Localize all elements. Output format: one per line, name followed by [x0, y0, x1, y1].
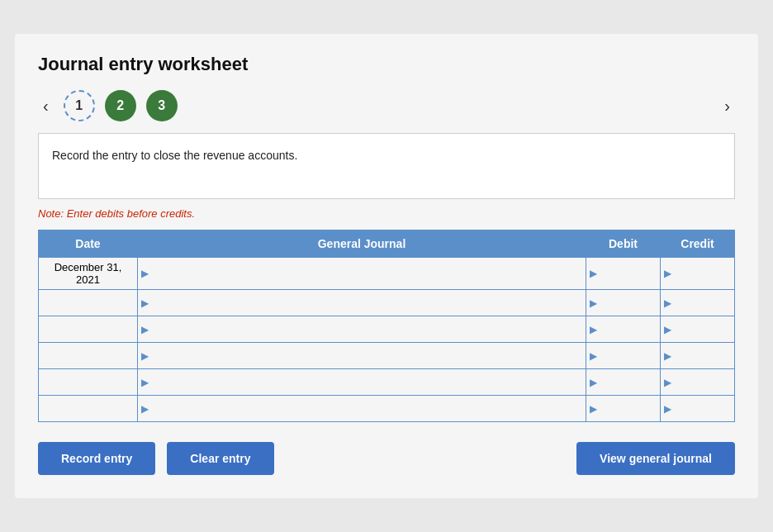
page-title: Journal entry worksheet: [38, 54, 735, 75]
journal-cell-5[interactable]: ▶: [138, 369, 586, 396]
credit-cell-5[interactable]: ▶: [661, 369, 735, 396]
credit-cell-1[interactable]: ▶: [661, 258, 735, 290]
debit-cell-2[interactable]: ▶: [586, 290, 661, 316]
arrow-icon-4: ▶: [141, 350, 149, 362]
debit-input-3[interactable]: [599, 316, 657, 342]
journal-cell-4[interactable]: ▶: [138, 343, 586, 369]
journal-input-6[interactable]: [150, 396, 582, 421]
credit-arrow-5: ▶: [664, 377, 671, 388]
debit-input-4[interactable]: [599, 343, 657, 368]
table-row: December 31,2021 ▶ ▶ ▶: [39, 258, 735, 290]
journal-input-3[interactable]: [150, 316, 582, 342]
col-header-credit: Credit: [661, 230, 735, 258]
credit-input-5[interactable]: [673, 369, 731, 395]
table-row: ▶ ▶ ▶: [39, 343, 735, 369]
credit-cell-2[interactable]: ▶: [661, 290, 735, 316]
table-row: ▶ ▶ ▶: [39, 290, 735, 316]
debit-arrow-1: ▶: [590, 268, 597, 279]
credit-cell-4[interactable]: ▶: [661, 343, 735, 369]
date-cell-5: [39, 369, 138, 396]
debit-cell-4[interactable]: ▶: [586, 343, 661, 369]
step-2-button[interactable]: 2: [105, 90, 136, 121]
journal-cell-2[interactable]: ▶: [138, 290, 586, 316]
next-arrow[interactable]: ›: [719, 95, 735, 117]
credit-input-4[interactable]: [673, 343, 731, 368]
debit-cell-1[interactable]: ▶: [586, 258, 661, 290]
main-container: Journal entry worksheet ‹ 1 2 3 › Record…: [15, 34, 758, 498]
date-cell-6: [39, 396, 138, 422]
view-journal-button[interactable]: View general journal: [576, 442, 735, 475]
credit-arrow-1: ▶: [664, 268, 671, 279]
journal-input-2[interactable]: [150, 290, 582, 316]
credit-input-2[interactable]: [673, 290, 731, 316]
credit-arrow-6: ▶: [664, 403, 671, 415]
debit-arrow-3: ▶: [590, 324, 597, 335]
col-header-date: Date: [39, 230, 138, 258]
credit-cell-3[interactable]: ▶: [661, 316, 735, 343]
journal-input-1[interactable]: [150, 258, 582, 289]
buttons-row: Record entry Clear entry View general jo…: [38, 442, 735, 475]
credit-arrow-4: ▶: [664, 350, 671, 362]
debit-cell-6[interactable]: ▶: [586, 396, 661, 422]
journal-cell-1[interactable]: ▶: [138, 258, 586, 290]
journal-table: Date General Journal Debit Credit Decemb…: [38, 230, 735, 422]
col-header-journal: General Journal: [138, 230, 586, 258]
credit-input-1[interactable]: [673, 258, 731, 289]
record-entry-button[interactable]: Record entry: [38, 442, 155, 475]
debit-input-6[interactable]: [599, 396, 657, 421]
date-cell-1: December 31,2021: [39, 258, 138, 290]
arrow-icon-5: ▶: [141, 377, 149, 388]
step-3-button[interactable]: 3: [146, 90, 178, 121]
journal-input-5[interactable]: [150, 369, 582, 395]
col-header-debit: Debit: [586, 230, 661, 258]
debit-cell-3[interactable]: ▶: [586, 316, 661, 343]
date-cell-3: [39, 316, 138, 343]
credit-input-6[interactable]: [673, 396, 731, 421]
debit-arrow-2: ▶: [590, 297, 597, 309]
credit-arrow-3: ▶: [664, 324, 671, 335]
arrow-icon-2: ▶: [141, 297, 149, 309]
note-text: Note: Enter debits before credits.: [38, 207, 735, 220]
credit-cell-6[interactable]: ▶: [661, 396, 735, 422]
instruction-box: Record the entry to close the revenue ac…: [38, 133, 735, 199]
debit-arrow-5: ▶: [590, 377, 597, 388]
journal-cell-6[interactable]: ▶: [138, 396, 586, 422]
instruction-text: Record the entry to close the revenue ac…: [52, 149, 297, 162]
debit-arrow-4: ▶: [590, 350, 597, 362]
table-row: ▶ ▶ ▶: [39, 396, 735, 422]
debit-input-1[interactable]: [599, 258, 657, 289]
arrow-icon-6: ▶: [141, 403, 149, 415]
debit-cell-5[interactable]: ▶: [586, 369, 661, 396]
date-cell-2: [39, 290, 138, 316]
debit-input-5[interactable]: [599, 369, 657, 395]
date-cell-4: [39, 343, 138, 369]
clear-entry-button[interactable]: Clear entry: [167, 442, 273, 475]
step-1-button[interactable]: 1: [64, 90, 95, 121]
credit-arrow-2: ▶: [664, 297, 671, 309]
journal-cell-3[interactable]: ▶: [138, 316, 586, 343]
arrow-icon-3: ▶: [141, 324, 149, 335]
journal-input-4[interactable]: [150, 343, 582, 368]
nav-row: ‹ 1 2 3 ›: [38, 90, 735, 121]
table-row: ▶ ▶ ▶: [39, 316, 735, 343]
credit-input-3[interactable]: [673, 316, 731, 342]
arrow-icon-1: ▶: [141, 268, 149, 279]
debit-input-2[interactable]: [599, 290, 657, 316]
debit-arrow-6: ▶: [590, 403, 597, 415]
table-row: ▶ ▶ ▶: [39, 369, 735, 396]
prev-arrow[interactable]: ‹: [38, 95, 54, 117]
